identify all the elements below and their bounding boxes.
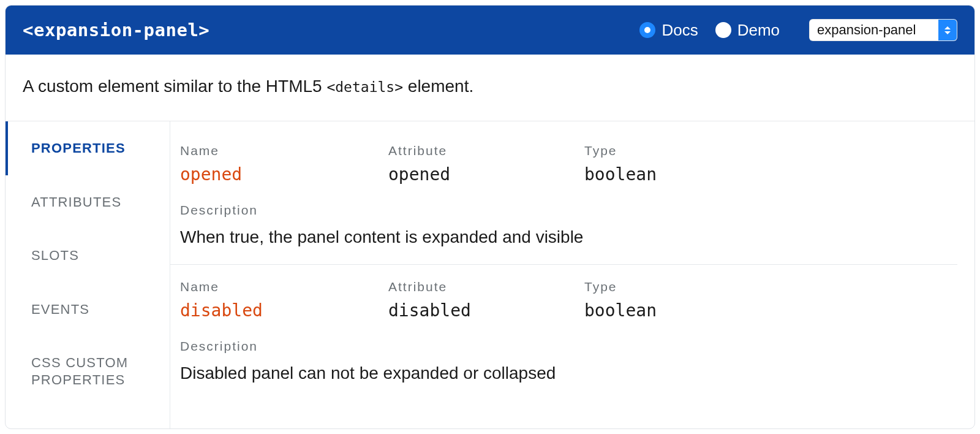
- property-attribute-value: disabled: [388, 300, 584, 321]
- doc-body: PROPERTIES ATTRIBUTES SLOTS EVENTS CSS C…: [6, 121, 974, 428]
- component-select-value: expansion-panel: [810, 20, 938, 40]
- tab-slots[interactable]: SLOTS: [6, 229, 170, 283]
- component-title: <expansion-panel>: [23, 20, 630, 40]
- property-item: Name opened Attribute opened Type boolea…: [170, 129, 957, 264]
- property-item: Name disabled Attribute disabled Type bo…: [170, 264, 957, 400]
- radio-docs[interactable]: Docs: [639, 21, 698, 40]
- intro-prefix: A custom element similar to the HTML5: [23, 77, 326, 96]
- col-name-label: Name: [180, 143, 388, 158]
- intro-suffix: element.: [403, 77, 473, 96]
- component-select[interactable]: expansion-panel: [809, 19, 957, 41]
- property-description-value: Disabled panel can not be expanded or co…: [180, 364, 957, 383]
- property-description-value: When true, the panel content is expanded…: [180, 227, 957, 247]
- col-name-label: Name: [180, 280, 388, 294]
- col-description-label: Description: [180, 203, 957, 218]
- tab-attributes[interactable]: ATTRIBUTES: [6, 175, 170, 229]
- col-attribute-label: Attribute: [388, 143, 584, 158]
- intro-text: A custom element similar to the HTML5 <d…: [6, 55, 974, 121]
- view-toggle-group: Docs Demo: [639, 21, 780, 40]
- property-type-value: boolean: [584, 300, 957, 321]
- col-type-label: Type: [584, 280, 957, 294]
- tab-css-custom-properties[interactable]: CSS CUSTOM PROPERTIES: [6, 336, 170, 406]
- radio-dot-icon: [639, 22, 655, 38]
- radio-docs-label: Docs: [662, 21, 698, 40]
- sidebar-tabs: PROPERTIES ATTRIBUTES SLOTS EVENTS CSS C…: [6, 121, 170, 428]
- property-attribute-value: opened: [388, 164, 584, 185]
- radio-demo-label: Demo: [737, 21, 780, 40]
- col-attribute-label: Attribute: [388, 280, 584, 294]
- property-name-value: opened: [180, 164, 388, 185]
- radio-demo[interactable]: Demo: [715, 21, 780, 40]
- radio-dot-icon: [715, 22, 731, 38]
- tab-events[interactable]: EVENTS: [6, 283, 170, 337]
- col-description-label: Description: [180, 339, 957, 354]
- property-type-value: boolean: [584, 164, 957, 185]
- col-type-label: Type: [584, 143, 957, 158]
- property-name-value: disabled: [180, 300, 388, 321]
- header-bar: <expansion-panel> Docs Demo expansion-pa…: [6, 6, 974, 55]
- component-doc-card: <expansion-panel> Docs Demo expansion-pa…: [5, 5, 975, 429]
- tab-properties[interactable]: PROPERTIES: [6, 121, 170, 175]
- intro-code: <details>: [326, 79, 403, 95]
- chevron-up-down-icon: [938, 20, 957, 40]
- properties-panel: Name opened Attribute opened Type boolea…: [170, 121, 974, 428]
